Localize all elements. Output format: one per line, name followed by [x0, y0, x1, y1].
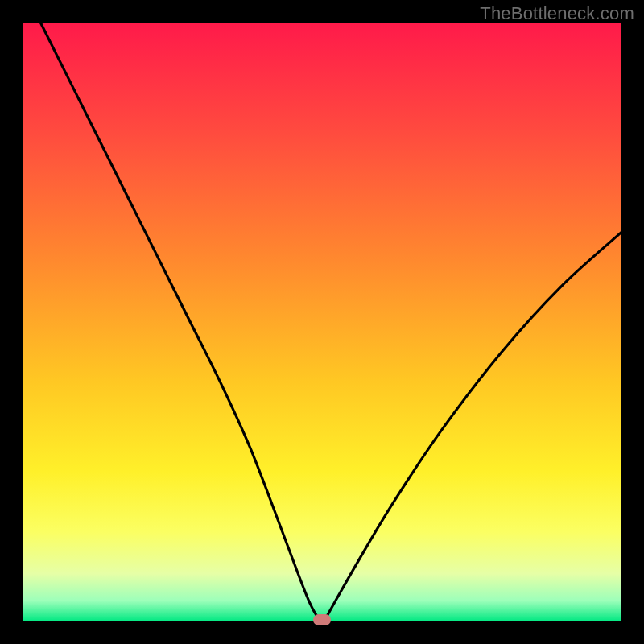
watermark-text: TheBottleneck.com	[480, 3, 634, 24]
minimum-point-marker	[313, 614, 331, 625]
chart-frame: TheBottleneck.com	[0, 0, 644, 644]
plot-area	[23, 23, 621, 621]
bottleneck-curve	[23, 23, 621, 621]
